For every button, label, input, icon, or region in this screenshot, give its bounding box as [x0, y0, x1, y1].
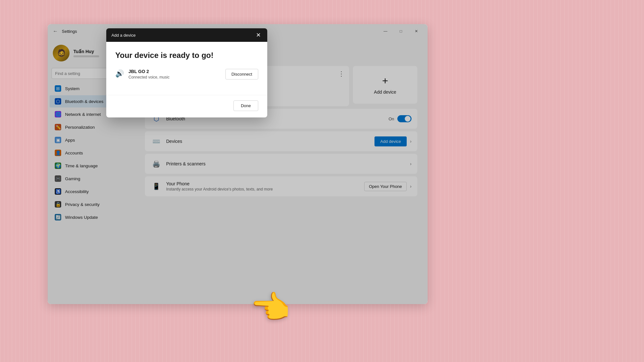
- sidebar-item-time[interactable]: 🌍 Time & language: [50, 160, 133, 172]
- accounts-icon: 👤: [55, 150, 61, 156]
- open-your-phone-button[interactable]: Open Your Phone: [364, 182, 407, 191]
- title-bar-left: ← Settings: [53, 28, 77, 34]
- update-icon: 🔄: [55, 214, 61, 220]
- toggle-label: On: [389, 116, 394, 121]
- three-dot-menu[interactable]: ⋮: [338, 70, 345, 78]
- dialog-close-button[interactable]: ✕: [255, 32, 262, 39]
- dialog-title: Add a device: [111, 33, 136, 38]
- user-name: Tuấn Huy: [73, 49, 99, 54]
- bluetooth-icon: ⬡: [55, 98, 61, 105]
- printers-row-title: Printers & scanners: [166, 161, 205, 166]
- sidebar-item-privacy[interactable]: 🔒 Privacy & security: [50, 198, 133, 210]
- device-name: JBL GO 2: [128, 69, 169, 74]
- personalization-icon: ✏️: [55, 124, 61, 130]
- apps-icon: ▣: [55, 137, 61, 143]
- printers-row-icon: 🖨️: [151, 158, 162, 169]
- time-icon: 🌍: [55, 162, 61, 169]
- sidebar-item-update[interactable]: 🔄 Windows Update: [50, 211, 133, 223]
- devices-row-title: Devices: [166, 139, 182, 144]
- devices-chevron[interactable]: ›: [410, 139, 412, 144]
- close-button[interactable]: ✕: [409, 26, 424, 36]
- add-device-label: Add device: [374, 89, 396, 95]
- gaming-icon: 🎮: [55, 175, 61, 182]
- back-icon[interactable]: ←: [53, 28, 58, 34]
- printers-row: 🖨️ Printers & scanners ›: [145, 154, 417, 174]
- your-phone-title: Your Phone: [166, 181, 273, 186]
- dialog-footer: Done: [106, 95, 267, 117]
- printers-chevron[interactable]: ›: [410, 161, 412, 166]
- speaker-icon: 🔊: [115, 70, 124, 78]
- bluetooth-toggle[interactable]: [397, 115, 412, 122]
- sidebar-item-gaming[interactable]: 🎮 Gaming: [50, 172, 133, 185]
- maximize-button[interactable]: □: [393, 26, 408, 36]
- sidebar-item-apps[interactable]: ▣ Apps: [50, 134, 133, 146]
- cursor-hand: 👉: [251, 289, 291, 327]
- sidebar-item-accessibility[interactable]: ♿ Accessibility: [50, 185, 133, 198]
- disconnect-button[interactable]: Disconnect: [225, 69, 258, 79]
- avatar: 🧔: [53, 45, 70, 61]
- your-phone-card: 📱 Your Phone Instantly access your Andro…: [145, 176, 417, 196]
- your-phone-subtitle: Instantly access your Android device's p…: [166, 187, 273, 191]
- title-bar-controls: — □ ✕: [378, 26, 424, 36]
- sidebar-item-accounts[interactable]: 👤 Accounts: [50, 147, 133, 159]
- your-phone-icon: 📱: [151, 181, 162, 192]
- done-button[interactable]: Done: [233, 100, 258, 111]
- device-status: Connected voice, music: [128, 75, 169, 79]
- dialog-body: Your device is ready to go! 🔊 JBL GO 2 C…: [106, 42, 267, 95]
- printers-card: 🖨️ Printers & scanners ›: [145, 154, 417, 174]
- window-title: Settings: [62, 29, 77, 34]
- user-bar: [73, 55, 99, 57]
- devices-row-icon: ⌨️: [151, 136, 162, 147]
- minimize-button[interactable]: —: [378, 26, 393, 36]
- network-icon: 🌐: [55, 111, 61, 117]
- add-device-dialog: Add a device ✕ Your device is ready to g…: [106, 28, 267, 117]
- add-device-card[interactable]: + Add device: [353, 66, 417, 104]
- your-phone-row: 📱 Your Phone Instantly access your Andro…: [145, 176, 417, 196]
- devices-row: ⌨️ Devices Add device ›: [145, 131, 417, 151]
- privacy-icon: 🔒: [55, 201, 61, 208]
- add-device-plus-icon: +: [382, 75, 388, 87]
- devices-add-button[interactable]: Add device: [374, 136, 407, 146]
- dialog-titlebar: Add a device ✕: [106, 28, 267, 42]
- dialog-heading: Your device is ready to go!: [115, 51, 258, 60]
- devices-card: ⌨️ Devices Add device ›: [145, 131, 417, 151]
- toggle-knob: [405, 116, 411, 122]
- your-phone-chevron[interactable]: ›: [410, 184, 412, 189]
- device-row: 🔊 JBL GO 2 Connected voice, music Discon…: [115, 69, 258, 79]
- accessibility-icon: ♿: [55, 188, 61, 195]
- sidebar-item-personalization[interactable]: ✏️ Personalization: [50, 121, 133, 133]
- system-icon: ⊞: [55, 85, 61, 92]
